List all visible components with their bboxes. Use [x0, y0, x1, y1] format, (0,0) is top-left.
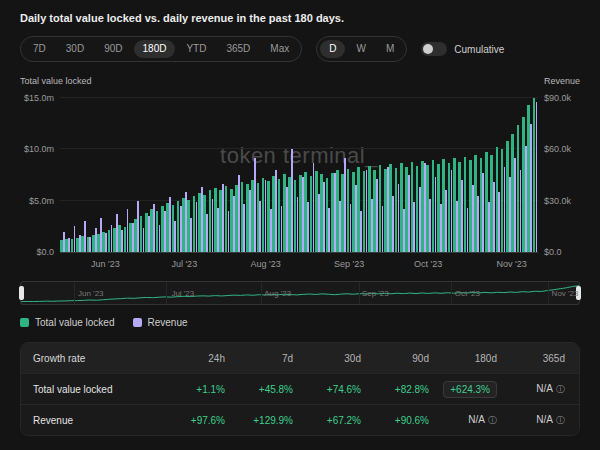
right-axis-tick: $90.0k [544, 93, 571, 103]
growth-cell: +82.8% [375, 384, 443, 395]
right-axis-tick: $30.0k [544, 196, 571, 206]
growth-table-header-cell: 30d [307, 353, 375, 364]
legend: Total value lockedRevenue [20, 317, 580, 328]
left-axis-tick: $10.0m [24, 144, 54, 154]
x-axis-tick: Sep '23 [334, 259, 364, 269]
x-axis-tick: Jun '23 [91, 259, 120, 269]
legend-item[interactable]: Total value locked [20, 317, 115, 328]
growth-cell: N/Aⓘ [443, 414, 511, 427]
brush-handle-left[interactable] [19, 286, 24, 300]
growth-row-label: Total value locked [21, 384, 171, 395]
toolbar: 7D30D90D180DYTD365DMax DWM Cumulative [20, 36, 580, 62]
growth-value: N/A [536, 383, 553, 394]
x-axis-labels: Jun '23Jul '23Aug '23Sep '23Oct '23Nov '… [60, 257, 538, 273]
range-button-365d[interactable]: 365D [217, 40, 259, 58]
brush-month-label: Aug '23 [264, 289, 291, 298]
range-button-7d[interactable]: 7D [24, 40, 55, 58]
cumulative-label: Cumulative [454, 44, 504, 55]
right-axis-tick: $60.0k [544, 144, 571, 154]
left-axis-tick: $15.0m [24, 93, 54, 103]
left-axis-tick: $0.0 [36, 247, 54, 257]
brush-month-divider [166, 282, 167, 304]
growth-table-row: Revenue+97.6%+129.9%+67.2%+90.6%N/AⓘN/Aⓘ [21, 404, 579, 435]
growth-table-header-cell: 365d [511, 353, 579, 364]
token-terminal-chart-page: Daily total value locked vs. daily reven… [0, 0, 600, 450]
brush-month-divider [451, 282, 452, 304]
growth-cell: +1.1% [171, 384, 239, 395]
growth-cell: +97.6% [171, 415, 239, 426]
brush-month-label: Sep '23 [362, 289, 389, 298]
info-icon[interactable]: ⓘ [556, 384, 565, 394]
growth-table: Growth rate24h7d30d90d180d365dTotal valu… [20, 342, 580, 436]
growth-cell: +67.2% [307, 415, 375, 426]
range-selector: 7D30D90D180DYTD365DMax [20, 36, 302, 62]
granularity-button-w[interactable]: W [347, 40, 374, 58]
growth-value: +129.9% [253, 415, 293, 426]
brush-month-divider [548, 282, 549, 304]
right-y-axis: $90.0k$60.0k$30.0k$0.0 [538, 92, 580, 252]
granularity-button-m[interactable]: M [377, 40, 403, 58]
brush-month-label: Nov '23 [552, 289, 579, 298]
info-icon[interactable]: ⓘ [556, 415, 565, 425]
range-button-90d[interactable]: 90D [95, 40, 131, 58]
growth-value: N/A [468, 414, 485, 425]
range-button-180d[interactable]: 180D [134, 40, 176, 58]
growth-table-header-cell: 7d [239, 353, 307, 364]
growth-value: N/A [536, 414, 553, 425]
legend-swatch-icon [20, 318, 29, 327]
gridline [60, 97, 538, 98]
brush-sparkline [21, 282, 579, 304]
range-button-max[interactable]: Max [261, 40, 298, 58]
growth-value: +74.6% [327, 384, 361, 395]
growth-cell: +45.8% [239, 384, 307, 395]
left-axis-tick: $5.0m [29, 196, 54, 206]
right-axis-title: Revenue [544, 76, 580, 86]
left-y-axis: $15.0m$10.0m$5.0m$0.0 [20, 92, 60, 252]
granularity-selector: DWM [316, 36, 407, 62]
growth-value: +67.2% [327, 415, 361, 426]
growth-value: +45.8% [259, 384, 293, 395]
growth-value: +97.6% [191, 415, 225, 426]
legend-item[interactable]: Revenue [133, 317, 188, 328]
growth-table-header-cell: 90d [375, 353, 443, 364]
brush-month-label: Jul '23 [171, 289, 194, 298]
brush-month-divider [359, 282, 360, 304]
watermark: token terminal_ [220, 143, 378, 169]
growth-table-header-row: Growth rate24h7d30d90d180d365d [21, 343, 579, 373]
timeline-brush[interactable]: Jun '23Jul '23Aug '23Sep '23Oct '23Nov '… [20, 281, 580, 305]
range-button-30d[interactable]: 30D [57, 40, 93, 58]
growth-cell: +129.9% [239, 415, 307, 426]
x-axis-tick: Oct '23 [414, 259, 442, 269]
growth-table-header-cell: 180d [443, 353, 511, 364]
growth-value: +624.3% [443, 381, 497, 398]
growth-value: +1.1% [196, 384, 225, 395]
brush-month-divider [74, 282, 75, 304]
growth-table-header-cell: 24h [171, 353, 239, 364]
x-axis-tick: Nov '23 [497, 259, 527, 269]
x-axis-tick: Jul '23 [171, 259, 197, 269]
axis-titles: Total value locked Revenue [20, 76, 580, 86]
toggle-knob [423, 44, 433, 54]
growth-cell: +90.6% [375, 415, 443, 426]
cumulative-toggle[interactable]: Cumulative [421, 42, 504, 56]
granularity-button-d[interactable]: D [320, 40, 345, 58]
page-title: Daily total value locked vs. daily reven… [20, 12, 580, 24]
left-axis-title: Total value locked [20, 76, 92, 86]
growth-value: +82.8% [395, 384, 429, 395]
growth-row-label: Revenue [21, 415, 171, 426]
right-axis-tick: $0.0 [544, 247, 562, 257]
growth-value: +90.6% [395, 415, 429, 426]
growth-cell: +624.3% [443, 384, 511, 395]
growth-table-row: Total value locked+1.1%+45.8%+74.6%+82.8… [21, 373, 579, 404]
legend-label: Revenue [148, 317, 188, 328]
growth-cell: N/Aⓘ [511, 383, 579, 396]
chart-area: $15.0m$10.0m$5.0m$0.0 token terminal_ $9… [20, 92, 580, 253]
range-button-ytd[interactable]: YTD [177, 40, 215, 58]
brush-month-label: Oct '23 [455, 289, 480, 298]
growth-cell: N/Aⓘ [511, 414, 579, 427]
info-icon[interactable]: ⓘ [488, 415, 497, 425]
growth-cell: +74.6% [307, 384, 375, 395]
plot-area[interactable]: token terminal_ [60, 92, 538, 253]
legend-label: Total value locked [35, 317, 115, 328]
toggle-switch-icon[interactable] [421, 42, 447, 56]
